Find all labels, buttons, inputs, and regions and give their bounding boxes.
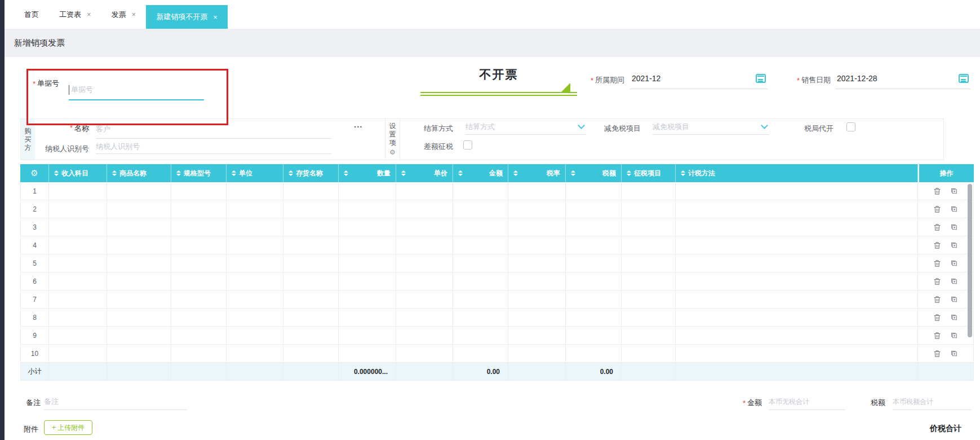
diff-tax-checkbox[interactable] <box>463 140 472 149</box>
cell-unit_price[interactable] <box>396 327 453 345</box>
cell-product_name[interactable] <box>107 200 171 218</box>
cell-income_account[interactable] <box>49 200 107 218</box>
cell-inventory_name[interactable] <box>283 327 339 345</box>
cell-inventory_name[interactable] <box>283 291 339 309</box>
cell-tax_item[interactable] <box>622 200 676 218</box>
delete-row-icon[interactable] <box>933 314 941 322</box>
cell-unit[interactable] <box>227 291 283 309</box>
cell-tax_rate[interactable] <box>508 254 566 272</box>
tab-2[interactable]: 发票× <box>101 0 147 29</box>
cell-qty[interactable] <box>339 327 396 345</box>
column-header-qty[interactable]: 数量 <box>339 164 396 182</box>
cell-tax_method[interactable] <box>676 345 918 363</box>
cell-spec_model[interactable] <box>171 254 227 272</box>
sort-arrows-icon[interactable] <box>627 170 631 176</box>
remark-input[interactable]: 备注 <box>44 394 187 410</box>
sort-arrows-icon[interactable] <box>289 170 293 176</box>
settings-gear-icon[interactable]: ⚙ <box>389 148 396 157</box>
tab-close-icon[interactable]: × <box>132 10 136 19</box>
upload-attachment-button[interactable]: + 上传附件 <box>44 420 92 435</box>
cell-tax_rate[interactable] <box>508 291 566 309</box>
cell-tax_amount[interactable] <box>566 200 622 218</box>
cell-spec_model[interactable] <box>171 236 227 254</box>
delete-row-icon[interactable] <box>933 205 941 213</box>
cell-spec_model[interactable] <box>171 200 227 218</box>
cell-unit_price[interactable] <box>396 291 453 309</box>
sort-arrows-icon[interactable] <box>232 170 236 176</box>
cell-tax_amount[interactable] <box>566 182 622 200</box>
cell-spec_model[interactable] <box>171 182 227 200</box>
cell-tax_rate[interactable] <box>508 327 566 345</box>
cell-inventory_name[interactable] <box>283 254 339 272</box>
sort-arrows-icon[interactable] <box>344 170 348 176</box>
cell-unit[interactable] <box>227 309 283 327</box>
delete-row-icon[interactable] <box>933 187 941 195</box>
tax-relief-select[interactable]: 减免税项目 <box>653 120 769 135</box>
cell-tax_method[interactable] <box>676 327 918 345</box>
cell-tax_amount[interactable] <box>566 309 622 327</box>
sort-arrows-icon[interactable] <box>176 170 181 176</box>
cell-qty[interactable] <box>339 236 396 254</box>
cell-unit[interactable] <box>227 236 283 254</box>
cell-income_account[interactable] <box>49 327 107 345</box>
cell-amount[interactable] <box>453 236 508 254</box>
cell-amount[interactable] <box>453 345 508 363</box>
cell-tax_amount[interactable] <box>566 272 622 291</box>
cell-inventory_name[interactable] <box>283 309 339 327</box>
calendar-icon[interactable] <box>959 74 969 83</box>
cell-unit_price[interactable] <box>396 218 453 236</box>
cell-income_account[interactable] <box>49 345 107 363</box>
copy-row-icon[interactable] <box>950 187 958 195</box>
cell-tax_rate[interactable] <box>508 200 566 218</box>
sort-arrows-icon[interactable] <box>681 170 685 176</box>
sale-date-input[interactable]: 2021-12-28 <box>835 68 970 89</box>
vertical-scrollbar[interactable] <box>968 184 972 337</box>
delete-row-icon[interactable] <box>933 223 941 231</box>
cell-tax_amount[interactable] <box>566 254 622 272</box>
cell-product_name[interactable] <box>107 272 171 291</box>
cell-unit_price[interactable] <box>396 272 453 291</box>
cell-unit[interactable] <box>227 218 283 236</box>
cell-qty[interactable] <box>339 272 396 291</box>
cell-spec_model[interactable] <box>171 345 227 363</box>
cell-tax_rate[interactable] <box>508 218 566 236</box>
cell-qty[interactable] <box>339 345 396 363</box>
cell-unit_price[interactable] <box>396 309 453 327</box>
copy-row-icon[interactable] <box>950 259 958 267</box>
cell-tax_item[interactable] <box>622 272 676 291</box>
sort-arrows-icon[interactable] <box>112 170 117 176</box>
cell-tax_amount[interactable] <box>566 327 622 345</box>
cell-amount[interactable] <box>453 272 508 291</box>
cell-unit_price[interactable] <box>396 254 453 272</box>
sort-arrows-icon[interactable] <box>513 170 518 176</box>
cell-amount[interactable] <box>453 254 508 272</box>
cell-product_name[interactable] <box>107 182 171 200</box>
copy-row-icon[interactable] <box>950 296 958 303</box>
tab-close-icon[interactable]: × <box>87 10 91 19</box>
cell-spec_model[interactable] <box>171 218 227 236</box>
sort-arrows-icon[interactable] <box>401 170 406 176</box>
cell-tax_item[interactable] <box>622 345 676 363</box>
cell-inventory_name[interactable] <box>283 345 339 363</box>
cell-product_name[interactable] <box>107 309 171 327</box>
cell-tax_amount[interactable] <box>566 218 622 236</box>
cell-amount[interactable] <box>453 182 508 200</box>
copy-row-icon[interactable] <box>950 223 958 231</box>
cell-tax_item[interactable] <box>622 218 676 236</box>
cell-spec_model[interactable] <box>171 309 227 327</box>
sort-arrows-icon[interactable] <box>458 170 463 176</box>
cell-income_account[interactable] <box>49 272 107 291</box>
cell-inventory_name[interactable] <box>283 200 339 218</box>
cell-tax_item[interactable] <box>622 254 676 272</box>
cell-unit[interactable] <box>227 327 283 345</box>
tab-close-icon[interactable]: × <box>213 13 218 21</box>
column-header-tax_item[interactable]: 征税项目 <box>622 164 676 182</box>
cell-inventory_name[interactable] <box>283 272 339 291</box>
chevron-down-icon[interactable] <box>761 122 768 129</box>
cell-tax_method[interactable] <box>676 236 918 254</box>
sort-arrows-icon[interactable] <box>571 170 575 176</box>
cell-tax_item[interactable] <box>622 327 676 345</box>
column-header-unit[interactable]: 单位 <box>227 164 283 182</box>
cell-tax_method[interactable] <box>676 309 918 327</box>
tab-1[interactable]: 工资表× <box>49 0 101 29</box>
